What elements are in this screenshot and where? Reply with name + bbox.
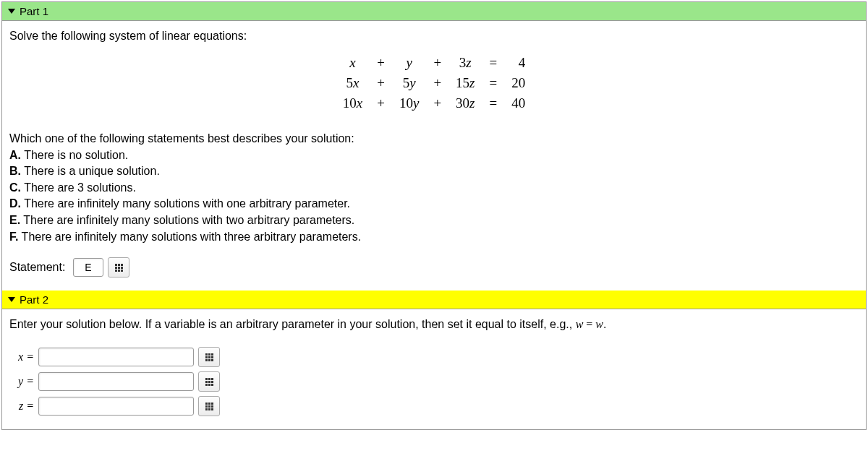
- mc-option-f: F. There are infinitely many solutions w…: [9, 229, 859, 245]
- y-label: y =: [12, 375, 34, 388]
- statement-input[interactable]: [73, 258, 103, 277]
- keypad-icon: [205, 353, 213, 361]
- keypad-button[interactable]: [198, 371, 220, 392]
- part2-content: Enter your solution below. If a variable…: [2, 309, 866, 429]
- part2-header[interactable]: Part 2: [2, 291, 866, 309]
- mc-option-c: C. There are 3 solutions.: [9, 180, 859, 196]
- keypad-button[interactable]: [108, 257, 129, 277]
- z-label: z =: [12, 400, 34, 413]
- keypad-icon: [205, 378, 213, 386]
- part1-header[interactable]: Part 1: [2, 2, 866, 21]
- mc-option-e: E. There are infinitely many solutions w…: [9, 212, 859, 228]
- caret-down-icon: [8, 297, 15, 302]
- equation-row: x + y + 3z = 4: [336, 53, 532, 73]
- part2-instruction: Enter your solution below. If a variable…: [9, 318, 859, 331]
- part1-content: Solve the following system of linear equ…: [2, 21, 866, 291]
- mc-question-block: Which one of the following statements be…: [9, 131, 859, 244]
- z-input[interactable]: [38, 397, 194, 416]
- x-input[interactable]: [38, 348, 194, 366]
- x-label: x =: [12, 350, 34, 363]
- keypad-button[interactable]: [198, 396, 220, 416]
- y-input[interactable]: [38, 372, 194, 391]
- equation-system: x + y + 3z = 4 5x + 5y + 15z = 20: [9, 53, 859, 113]
- mc-option-a: A. There is no solution.: [9, 147, 859, 163]
- statement-label: Statement:: [9, 261, 69, 274]
- part1-prompt: Solve the following system of linear equ…: [9, 30, 859, 43]
- equation-row: 5x + 5y + 15z = 20: [336, 73, 532, 93]
- equation-row: 10x + 10y + 30z = 40: [336, 93, 532, 113]
- keypad-button[interactable]: [198, 347, 220, 367]
- part1-title: Part 1: [20, 5, 48, 17]
- mc-option-d: D. There are infinitely many solutions w…: [9, 196, 859, 212]
- part2-title: Part 2: [20, 293, 48, 306]
- keypad-icon: [205, 403, 213, 410]
- mc-option-b: B. There is a unique solution.: [9, 163, 859, 179]
- keypad-icon: [115, 264, 123, 272]
- mc-question: Which one of the following statements be…: [9, 131, 859, 147]
- caret-down-icon: [8, 9, 15, 14]
